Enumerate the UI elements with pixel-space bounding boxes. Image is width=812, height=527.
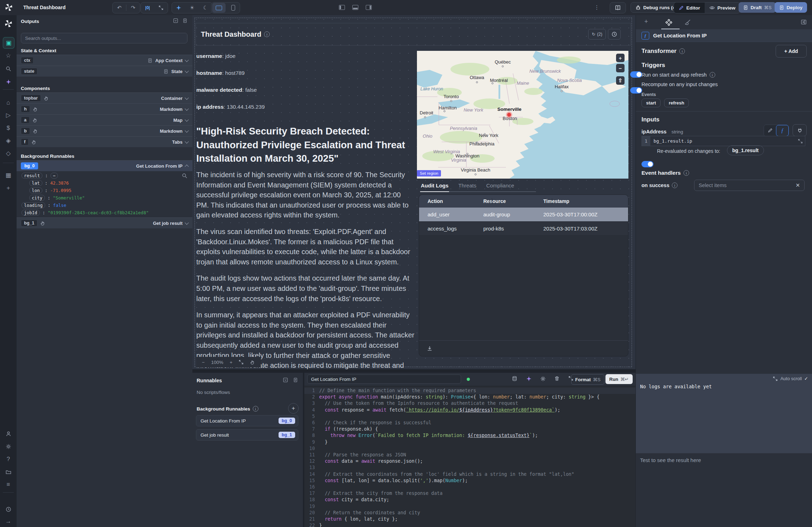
code-line[interactable]: 8 throw new Error(`Failed to fetch IP in… [304,432,635,439]
add-transformer-button[interactable]: + Add [776,45,807,58]
format-button[interactable]: Format⌘S [571,374,604,385]
table-row[interactable]: add_useraudit-group2025-03-30T17:00:00Z [419,208,628,222]
output-row-state[interactable]: stateState [17,66,192,77]
code-line[interactable]: 18 const city = data.city; [304,497,635,503]
column-header-timestamp[interactable]: Timestamp [543,198,628,204]
search-result-icon[interactable] [182,173,187,179]
code-line[interactable]: 4 const response = await fetch(`https://… [304,407,635,413]
editor-tab[interactable]: Editor [674,2,705,13]
undo-button[interactable]: ↶ [113,3,126,13]
refresh-button[interactable]: ↻ (2) [588,29,606,40]
bg1-row[interactable]: bg_1 Get job result [17,217,192,228]
output-row-ctx[interactable]: ctxApp Context [17,55,192,66]
code-line[interactable]: 13 [304,465,635,471]
toggle-bottom-panel-icon[interactable] [352,5,358,10]
code-line[interactable]: 10 [304,445,635,452]
collapse-right-panel-icon[interactable] [801,19,807,25]
result-jobId[interactable]: jobId : "0199390f-2843-ceac-dc03-cf8b242… [22,210,187,215]
cache-icon[interactable] [512,376,517,381]
code-line[interactable]: 21 return { lon, lat, city }; [304,516,635,522]
column-header-action[interactable]: Action [419,198,483,204]
runnable-item-bg_0[interactable]: Get Location From IPbg_0 [196,415,298,426]
code-line[interactable]: 20 // Return the coordinates and city [304,510,635,516]
clear-icon[interactable]: ✕ [795,182,800,188]
code-line[interactable]: 15 const [lat, lon] = data.loc.split(','… [304,478,635,484]
style-brush-tab[interactable] [685,19,691,25]
reeval-toggle[interactable] [641,161,653,167]
collapse-node-icon[interactable]: − [50,173,58,179]
search-outputs-input[interactable]: Search outputs... [21,33,187,43]
zero-state-icon[interactable]: |0| [141,3,154,13]
resources-icon[interactable]: ◈ [3,135,14,146]
connect-plug-button[interactable] [793,124,807,136]
reeval-dependency-chip[interactable]: bg_1.result [727,145,764,155]
code-area[interactable]: 1// Define the main function with the re… [304,386,635,527]
toggle-right-panel-icon[interactable] [366,5,372,10]
output-row-f[interactable]: fTabs [17,136,192,147]
calendar-icon[interactable]: ▦ [3,170,14,181]
tab-compliance[interactable]: Compliance [485,181,515,192]
result-city[interactable]: city : "Somerville" [29,195,187,200]
light-theme-icon[interactable]: ☀ [185,3,199,13]
output-row-h[interactable]: hMarkdown [17,103,192,114]
bg0-row[interactable]: bg_0 Get Location From IP [17,160,192,171]
output-row-b[interactable]: bMarkdown [17,125,192,136]
column-header-resource[interactable]: Resource [483,198,543,204]
eval-mode-icon[interactable]: ƒ [776,125,789,136]
settings-icon[interactable] [3,441,14,452]
zoom-in-button[interactable]: + [229,360,232,365]
magic-wand-icon[interactable] [3,76,14,87]
variables-icon[interactable]: $ [3,122,14,133]
code-line[interactable]: 7 if (!response.ok) { [304,426,635,432]
topbar-container-component[interactable]: Threat Dashboard ↻ (2) [196,23,631,46]
download-icon[interactable] [427,346,432,351]
clock-icon[interactable] [3,504,14,515]
user-icon[interactable] [3,428,14,439]
map-zoom-out-button[interactable]: − [616,64,625,72]
preview-tab[interactable]: Preview [705,2,740,13]
app-canvas[interactable]: Threat Dashboard ↻ (2) username: jdoehos… [192,15,635,369]
runnable-name-input[interactable]: Get Location From IP [307,375,461,384]
code-line[interactable]: 6 // Check if the response is successful [304,420,635,426]
tab-threats[interactable]: Threats [458,181,477,192]
deploy-button[interactable]: Deploy [775,2,807,13]
zoom-out-button[interactable]: − [202,360,205,365]
code-line[interactable]: 22} [304,522,635,527]
code-line[interactable]: 17 // Extract the city from the response… [304,490,635,497]
runs-icon[interactable]: ▷ [3,110,14,121]
draft-button[interactable]: Draft⌘S [739,2,776,13]
schedules-icon[interactable]: ◇ [3,148,14,159]
result-lat[interactable]: lat : 42.3876 [29,180,187,186]
expand-icon[interactable] [154,3,168,13]
result-loading[interactable]: loading : false [22,203,187,208]
on-success-select[interactable]: Select items ✕ [694,180,805,191]
app-editor-icon[interactable]: ▣ [3,37,14,49]
code-line[interactable]: 14 // Extract the coordinates from the '… [304,471,635,478]
code-line[interactable]: 16 [304,484,635,490]
map-zoom-in-button[interactable]: + [616,54,625,62]
doc-icon[interactable] [293,377,298,383]
desktop-view-icon[interactable] [212,3,226,13]
markdown-fields-component[interactable]: username: jdoehostname: host789malware d… [196,53,412,121]
run-button[interactable]: Run⌘↵ [605,374,633,384]
markdown-body-component[interactable]: The incident is of high severity with a … [196,170,414,387]
code-line[interactable]: 11 // Parse the response as JSON [304,452,635,458]
mobile-view-icon[interactable] [226,3,240,13]
components-settings-tab[interactable] [665,19,672,26]
windmill-logo-icon[interactable] [3,18,14,29]
add-icon[interactable]: + [3,182,14,193]
collapse-all-icon[interactable] [173,18,178,23]
output-row-topbar[interactable]: topbarContainer [17,92,192,103]
code-line[interactable]: 3 // Use the token from the Ipinfo resou… [304,400,635,407]
help-icon[interactable]: ? [3,454,14,465]
recompute-toggle[interactable] [630,87,642,94]
delete-icon[interactable] [554,376,560,381]
pan-hand-icon[interactable] [250,360,255,365]
code-line[interactable]: 19 [304,503,635,510]
code-line[interactable]: 12 const data = await response.json(); [304,458,635,465]
kebab-menu-icon[interactable]: ⋮ [594,4,599,11]
code-line[interactable]: 2export async function main(ipAddress: s… [304,394,635,400]
set-region-button[interactable]: Set region [417,170,441,176]
result-result[interactable]: result : − [22,173,187,178]
docs-button[interactable] [610,2,626,13]
